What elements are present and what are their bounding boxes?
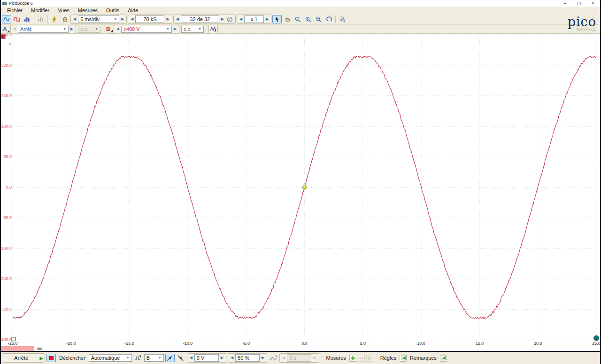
x-axis-tick-label: 25.0 [592, 341, 600, 346]
pretrigger-up-arrow[interactable]: ▶ [261, 355, 265, 361]
add-measurement-button[interactable] [349, 355, 356, 362]
rising-edge-button[interactable] [165, 354, 175, 362]
trigger-marker-button[interactable] [269, 354, 278, 362]
buffer-prev-arrow[interactable]: ◀ [175, 16, 180, 23]
toolbar-separator [47, 15, 48, 23]
channel-b-next-arrow[interactable]: ▶ [173, 26, 177, 32]
x-axis-tick-label: -5.0 [242, 341, 249, 346]
pan-tool-button[interactable] [283, 15, 292, 23]
timebase-next-arrow[interactable]: ▶ [120, 16, 125, 23]
chevron-down-icon: ▼ [124, 355, 130, 361]
lightning-icon [52, 16, 57, 23]
x-axis-tick-label: -10.0 [183, 341, 193, 346]
spectrum-view-button[interactable] [23, 15, 32, 23]
undo-zoom-button[interactable] [324, 15, 333, 23]
select-tool-button[interactable] [272, 15, 282, 23]
level-down-arrow[interactable]: ◀ [189, 355, 193, 361]
channel-b-range-value: ±400 V [123, 26, 140, 32]
level-up-arrow[interactable]: ▶ [220, 355, 224, 361]
y-axis-tick-label: 80.0 [3, 154, 12, 159]
menu-item-modifier[interactable]: Modifier [27, 7, 54, 14]
falling-edge-button[interactable] [176, 354, 185, 362]
y-axis-tick-label: -160.0 [1, 246, 12, 250]
play-icon[interactable]: ▶ [39, 356, 43, 361]
notes-button[interactable] [440, 355, 447, 362]
zoom-factor-input[interactable]: x 1 [244, 15, 264, 23]
signal-generator-icon [210, 26, 216, 32]
buffer-next-arrow[interactable]: ▶ [220, 16, 225, 23]
chevron-down-icon: ▼ [111, 16, 117, 23]
zoom-next-arrow[interactable]: ▶ [265, 16, 270, 23]
chevron-down-icon: ▼ [164, 26, 170, 32]
notes-label: Remarques [408, 355, 439, 361]
samples-prev-arrow[interactable]: ◀ [130, 16, 134, 23]
timebase-prev-arrow[interactable]: ◀ [72, 16, 77, 23]
menu-item-vues[interactable]: Vues [54, 7, 74, 14]
maximize-button[interactable]: ▢ [572, 0, 586, 7]
channel-a-label[interactable]: A [2, 26, 8, 32]
trigger-mode-select[interactable]: Automatique ▼ [89, 354, 132, 362]
axis-scale-handle[interactable] [12, 337, 15, 341]
minimize-button[interactable]: – [558, 0, 572, 7]
samples-next-arrow[interactable]: ▶ [165, 16, 170, 23]
trigger-marker-diamond[interactable] [302, 185, 307, 190]
stop-icon [49, 356, 54, 360]
channel-b-range-select[interactable]: ±400 V ▼ [121, 26, 172, 33]
zoom-overview-button[interactable] [338, 15, 347, 23]
home-icon [62, 16, 68, 22]
sine-wave-icon [3, 16, 10, 22]
auto-setup-button[interactable] [50, 15, 59, 23]
edit-measurement-button [358, 355, 365, 362]
app-icon [2, 1, 7, 6]
chevron-down-icon: ▼ [92, 26, 98, 32]
rulers-button[interactable] [400, 355, 407, 362]
channel-a-prev-arrow[interactable]: ◀ [12, 26, 17, 32]
note-arrow-icon [441, 356, 446, 360]
menu-item-outils[interactable]: Outils [102, 7, 123, 14]
channel-b-axis-handle[interactable] [1, 35, 5, 38]
zoom-tool-button[interactable] [293, 15, 302, 23]
channel-b-coupling-select[interactable]: c.c. ▼ [181, 26, 204, 33]
channel-b-label[interactable]: B [105, 26, 112, 32]
rising-edge-icon [167, 355, 173, 361]
timebase-select[interactable]: 5 ms/div ▼ [78, 15, 119, 23]
trigger-level-input[interactable]: 0 V [194, 354, 219, 362]
zoom-prev-arrow[interactable]: ◀ [239, 16, 243, 23]
trigger-delay-input: 0 s [287, 354, 311, 362]
channel-b-coupling-value: c.c. [184, 26, 192, 32]
data-end-marker[interactable] [594, 335, 599, 341]
magnifier-icon [295, 16, 301, 23]
channel-a-next-arrow[interactable]: ▶ [69, 26, 74, 32]
advanced-trigger-button[interactable] [133, 354, 143, 362]
buffer-position[interactable]: 32 de 32 [181, 15, 219, 23]
channel-a-range-select[interactable]: Arrêt ▼ [18, 26, 69, 33]
trigger-waveform-icon [134, 355, 141, 361]
timebase-value: 5 ms/div [80, 16, 100, 23]
trigger-toolbar: Arrêté ▶ Déclencher Automatique ▼ B ▼ [1, 352, 600, 364]
scope-display[interactable]: 400.0320.0240.0160.080.00.0-80.0-160.0-2… [1, 34, 600, 352]
x-axis-offset-box[interactable] [1, 346, 34, 351]
scope-view-button[interactable] [2, 15, 11, 23]
home-button[interactable] [60, 15, 69, 23]
stop-button[interactable] [46, 354, 56, 362]
zoom-out-button[interactable] [314, 15, 323, 23]
signal-generator-button[interactable] [208, 25, 218, 33]
pretrigger-input[interactable]: 50 % [235, 354, 260, 362]
menu-bar: FichierModifierVuesMesuresOutilsAide [1, 7, 600, 14]
close-button[interactable]: × [586, 0, 600, 7]
samples-input[interactable]: 70 kS [135, 15, 164, 23]
delete-measurement-button [366, 355, 373, 362]
zoom-in-button[interactable] [303, 15, 313, 23]
menu-item-aide[interactable]: Aide [123, 7, 142, 14]
edit-icon-disabled [359, 356, 363, 360]
menu-item-fichier[interactable]: Fichier [3, 7, 27, 14]
persistence-view-button[interactable] [12, 15, 22, 23]
timebase-group: ◀ 5 ms/div ▼ ▶ [70, 15, 127, 24]
trigger-source-select[interactable]: B ▼ [144, 354, 164, 362]
buffer-overview-icon [227, 16, 233, 23]
channel-b-prev-arrow[interactable]: ◀ [116, 26, 120, 32]
menu-item-mesures[interactable]: Mesures [74, 7, 102, 14]
buffer-overview-button[interactable] [226, 15, 234, 23]
pretrigger-down-arrow[interactable]: ◀ [230, 355, 234, 361]
alternate-view-button [36, 15, 46, 23]
